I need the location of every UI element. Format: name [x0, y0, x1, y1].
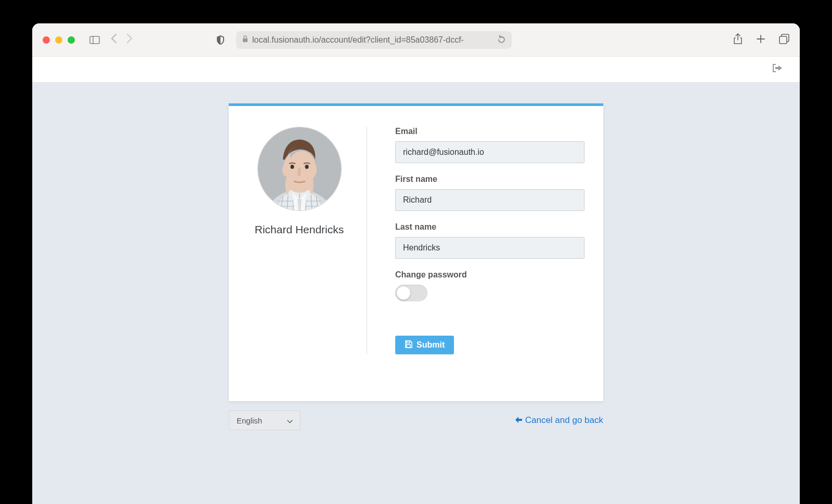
submit-label: Submit — [417, 340, 445, 350]
svg-rect-6 — [779, 36, 787, 44]
browser-right-controls — [733, 33, 789, 47]
forward-button[interactable] — [126, 33, 133, 46]
save-icon — [405, 340, 412, 350]
back-button[interactable] — [110, 33, 117, 46]
last-name-group: Last name — [395, 222, 584, 259]
form-column: Email First name Last name — [367, 127, 584, 354]
svg-rect-12 — [407, 344, 410, 348]
share-button[interactable] — [733, 33, 743, 47]
first-name-field[interactable] — [395, 189, 584, 211]
profile-edit-card: Richard Hendricks Email First name — [229, 103, 603, 401]
language-value: English — [237, 416, 262, 425]
first-name-group: First name — [395, 175, 584, 211]
svg-rect-11 — [407, 341, 410, 343]
change-password-toggle[interactable] — [395, 285, 427, 301]
minimize-window-button[interactable] — [55, 36, 62, 44]
maximize-window-button[interactable] — [68, 36, 75, 44]
email-field[interactable] — [395, 141, 584, 163]
last-name-field[interactable] — [395, 237, 584, 259]
tab-overview-button[interactable] — [779, 34, 789, 46]
language-selector[interactable]: English — [229, 410, 301, 430]
reload-icon[interactable] — [498, 35, 505, 45]
app-header — [32, 57, 800, 83]
cancel-label: Cancel and go back — [525, 415, 603, 426]
cancel-link[interactable]: Cancel and go back — [515, 415, 603, 426]
email-label: Email — [395, 127, 584, 136]
toggle-knob — [397, 286, 410, 300]
arrow-left-icon — [515, 416, 522, 425]
close-window-button[interactable] — [43, 36, 50, 44]
bottom-bar: English Cancel and go back — [229, 410, 603, 430]
first-name-label: First name — [395, 175, 584, 184]
avatar — [257, 127, 342, 211]
sidebar-toggle-button[interactable] — [89, 36, 100, 44]
logout-button[interactable] — [773, 64, 782, 75]
svg-point-9 — [290, 165, 294, 169]
content-area: Richard Hendricks Email First name — [32, 83, 800, 504]
profile-column: Richard Hendricks — [248, 127, 367, 354]
profile-display-name: Richard Hendricks — [255, 223, 344, 236]
navigation-arrows — [110, 33, 133, 46]
chevron-down-icon — [287, 416, 293, 425]
svg-rect-2 — [243, 38, 248, 42]
lock-icon — [242, 35, 248, 44]
browser-window: local.fusionauth.io/account/edit?client_… — [32, 23, 800, 504]
change-password-group: Change password — [395, 270, 584, 301]
change-password-label: Change password — [395, 270, 584, 280]
svg-rect-0 — [90, 36, 99, 44]
browser-toolbar: local.fusionauth.io/account/edit?client_… — [32, 23, 800, 57]
url-text: local.fusionauth.io/account/edit?client_… — [252, 35, 464, 45]
address-bar[interactable]: local.fusionauth.io/account/edit?client_… — [236, 31, 512, 49]
last-name-label: Last name — [395, 222, 584, 232]
window-controls — [43, 36, 75, 44]
privacy-report-button[interactable] — [216, 35, 225, 45]
svg-point-10 — [305, 165, 308, 169]
submit-button[interactable]: Submit — [395, 336, 454, 354]
email-group: Email — [395, 127, 584, 163]
new-tab-button[interactable] — [756, 34, 765, 46]
